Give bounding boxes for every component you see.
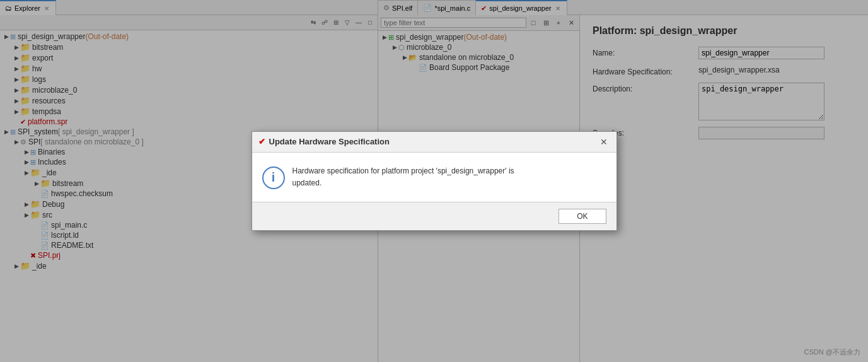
dialog-close-button[interactable]: ✕	[598, 136, 610, 148]
dialog-title-bar: ✔ Update Hardware Specification ✕	[252, 132, 616, 153]
dialog-message: Hardware specification for platform proj…	[292, 165, 514, 189]
update-hw-dialog: ✔ Update Hardware Specification ✕ i Hard…	[252, 131, 617, 231]
dialog-info-icon: i	[262, 166, 285, 189]
dialog-body: i Hardware specification for platform pr…	[252, 153, 616, 202]
dialog-title-text: Update Hardware Specification	[269, 137, 390, 146]
dialog-title: ✔ Update Hardware Specification	[258, 137, 390, 146]
dialog-overlay: ✔ Update Hardware Specification ✕ i Hard…	[0, 0, 868, 362]
dialog-footer: OK	[252, 202, 616, 230]
dialog-title-icon: ✔	[258, 137, 265, 146]
dialog-ok-button[interactable]: OK	[558, 209, 606, 224]
